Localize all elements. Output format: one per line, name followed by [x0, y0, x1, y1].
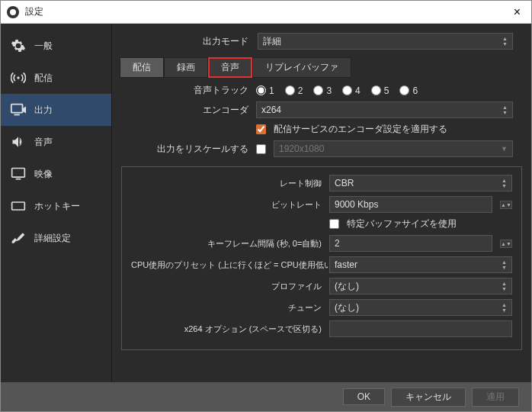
encoder-value: x264: [261, 105, 281, 115]
svg-rect-4: [16, 179, 21, 180]
x264-opts-label: x264 オプション (スペースで区切る): [131, 323, 322, 335]
sidebar-item-label: 映像: [34, 168, 53, 181]
sidebar-item-label: 一般: [34, 40, 53, 53]
svg-rect-5: [12, 202, 25, 210]
cpu-preset-value: faster: [335, 259, 357, 270]
sidebar-item-label: 音声: [34, 136, 53, 149]
tune-row: チューン (なし) ▲▼: [131, 299, 512, 316]
apply-encoder-row: 配信サービスのエンコーダ設定を適用する: [130, 123, 513, 136]
encoder-label: エンコーダ: [130, 104, 248, 117]
tab-stream[interactable]: 配信: [120, 57, 164, 78]
svg-point-0: [17, 76, 19, 79]
sidebar-item-audio[interactable]: 音声: [1, 126, 111, 158]
track-radio-2[interactable]: 2: [285, 85, 303, 96]
updown-icon: ▲▼: [502, 178, 507, 188]
tabs: 配信 録画 音声 リプレイバッファ: [112, 57, 531, 78]
close-button[interactable]: ×: [509, 5, 525, 19]
buffer-size-label: 特定バッファサイズを使用: [347, 217, 457, 230]
tools-icon: [10, 230, 27, 246]
titlebar: 設定 ×: [1, 1, 531, 24]
updown-icon: ▲▼: [502, 259, 507, 270]
content: 出力モード 詳細 ▲▼ 配信 録画 音声 リプレイバッファ 音声トラック 1 2: [112, 24, 531, 382]
audio-track-row: 音声トラック 1 2 3 4 5 6: [130, 84, 513, 97]
tune-label: チューン: [131, 302, 322, 314]
bitrate-label: ビットレート: [131, 199, 322, 211]
output-mode-value: 詳細: [263, 35, 281, 48]
updown-icon: ▲▼: [502, 302, 507, 313]
sidebar-item-label: 詳細設定: [34, 232, 71, 245]
output-mode-label: 出力モード: [130, 35, 248, 48]
track-radio-5[interactable]: 5: [371, 85, 389, 96]
window-title: 設定: [25, 5, 509, 18]
keyframe-input[interactable]: [329, 235, 492, 252]
tune-select[interactable]: (なし) ▲▼: [329, 299, 512, 316]
audio-track-label: 音声トラック: [130, 84, 248, 97]
tab-replay[interactable]: リプレイバッファ: [252, 57, 351, 78]
rate-control-label: レート制御: [131, 178, 322, 189]
updown-icon: ▲▼: [502, 281, 507, 291]
monitor-icon: [10, 166, 27, 182]
cpu-preset-label: CPU使用のプリセット (上に行くほど = CPU使用低い): [131, 259, 322, 271]
sidebar-item-label: 出力: [34, 104, 53, 117]
keyboard-icon: [10, 198, 27, 214]
footer: OK キャンセル 適用: [1, 382, 531, 411]
buffer-size-checkbox[interactable]: [329, 219, 339, 229]
app-icon: [7, 6, 19, 18]
rate-control-row: レート制御 CBR ▲▼: [131, 175, 512, 192]
rescale-label: 出力をリスケールする: [130, 143, 248, 156]
output-mode-select[interactable]: 詳細 ▲▼: [258, 33, 513, 50]
rate-control-value: CBR: [335, 178, 354, 188]
profile-label: プロファイル: [131, 281, 322, 292]
tab-audio[interactable]: 音声: [208, 57, 252, 78]
sidebar-item-advanced[interactable]: 詳細設定: [1, 222, 111, 254]
track-radio-1[interactable]: 1: [256, 85, 274, 96]
sidebar-item-general[interactable]: 一般: [1, 30, 111, 62]
gear-icon: [10, 37, 27, 54]
svg-rect-2: [14, 114, 20, 116]
keyframe-row: キーフレーム間隔 (秒, 0=自動) ▲▼: [131, 235, 512, 252]
profile-value: (なし): [335, 280, 359, 293]
track-radio-6[interactable]: 6: [399, 85, 418, 96]
settings-window: 設定 × 一般 配信 出力 音声 映像: [0, 0, 532, 412]
cancel-button[interactable]: キャンセル: [391, 388, 466, 407]
apply-button[interactable]: 適用: [472, 388, 519, 407]
svg-rect-1: [11, 105, 23, 113]
track-radio-3[interactable]: 3: [313, 85, 332, 96]
rescale-select[interactable]: 1920x1080 ▼: [274, 140, 513, 157]
buffer-size-row: 特定バッファサイズを使用: [131, 217, 512, 230]
ok-button[interactable]: OK: [343, 388, 385, 405]
sidebar-item-label: ホットキー: [34, 200, 80, 213]
profile-select[interactable]: (なし) ▲▼: [329, 278, 512, 295]
updown-icon: ▲▼: [502, 36, 508, 47]
output-icon: [10, 101, 27, 118]
bitrate-input[interactable]: [329, 196, 492, 213]
sidebar-item-output[interactable]: 出力: [1, 94, 111, 126]
updown-icon: ▲▼: [502, 105, 508, 115]
rescale-row: 出力をリスケールする 1920x1080 ▼: [130, 140, 513, 157]
tune-value: (なし): [335, 301, 359, 314]
profile-row: プロファイル (なし) ▲▼: [131, 278, 512, 295]
apply-encoder-checkbox[interactable]: [256, 124, 266, 134]
track-radio-4[interactable]: 4: [342, 85, 361, 96]
rescale-value: 1920x1080: [279, 143, 324, 154]
apply-encoder-label: 配信サービスのエンコーダ設定を適用する: [274, 123, 447, 136]
bitrate-row: ビットレート ▲▼: [131, 196, 512, 213]
svg-rect-3: [12, 169, 25, 178]
encoder-settings-box: レート制御 CBR ▲▼ ビットレート ▲▼ 特定バッファサイズを使用: [121, 166, 522, 350]
x264-opts-row: x264 オプション (スペースで区切る): [131, 320, 512, 337]
cpu-preset-select[interactable]: faster ▲▼: [329, 256, 512, 273]
tab-record[interactable]: 録画: [164, 57, 208, 78]
broadcast-icon: [10, 69, 27, 86]
sidebar: 一般 配信 出力 音声 映像 ホットキー: [1, 24, 112, 382]
rate-control-select[interactable]: CBR ▲▼: [329, 175, 512, 192]
rescale-checkbox[interactable]: [256, 144, 266, 154]
sidebar-item-stream[interactable]: 配信: [1, 62, 111, 94]
sidebar-item-video[interactable]: 映像: [1, 158, 111, 190]
sidebar-item-label: 配信: [34, 72, 53, 85]
bitrate-spinner[interactable]: ▲▼: [500, 201, 512, 209]
keyframe-spinner[interactable]: ▲▼: [500, 240, 512, 248]
encoder-select[interactable]: x264 ▲▼: [256, 101, 513, 118]
x264-opts-input[interactable]: [329, 320, 512, 337]
keyframe-label: キーフレーム間隔 (秒, 0=自動): [131, 238, 322, 249]
sidebar-item-hotkeys[interactable]: ホットキー: [1, 190, 111, 222]
